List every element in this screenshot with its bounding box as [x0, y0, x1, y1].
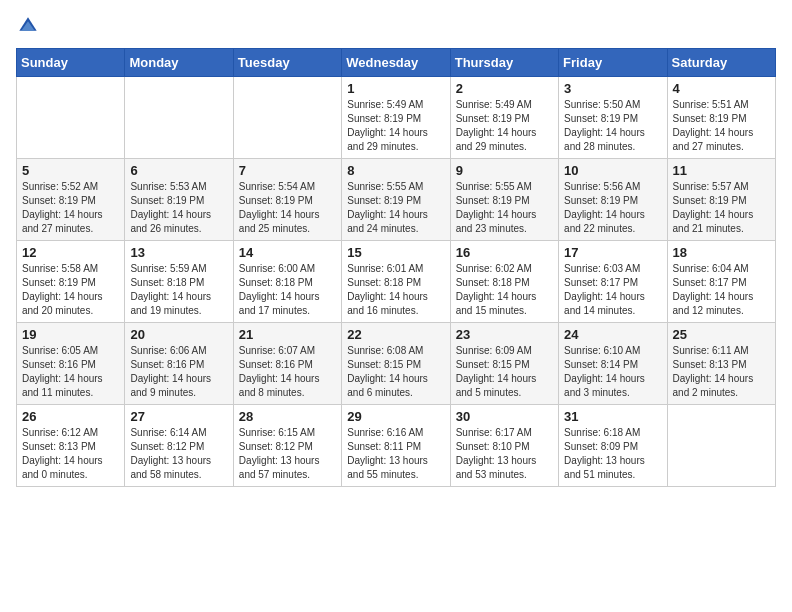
day-info: Sunrise: 6:02 AM Sunset: 8:18 PM Dayligh…: [456, 262, 553, 318]
day-info: Sunrise: 6:15 AM Sunset: 8:12 PM Dayligh…: [239, 426, 336, 482]
day-info: Sunrise: 6:08 AM Sunset: 8:15 PM Dayligh…: [347, 344, 444, 400]
page-header: [16, 16, 776, 40]
day-info: Sunrise: 6:14 AM Sunset: 8:12 PM Dayligh…: [130, 426, 227, 482]
day-number: 27: [130, 409, 227, 424]
day-number: 12: [22, 245, 119, 260]
day-number: 19: [22, 327, 119, 342]
calendar-header-sunday: Sunday: [17, 49, 125, 77]
day-number: 1: [347, 81, 444, 96]
day-info: Sunrise: 6:12 AM Sunset: 8:13 PM Dayligh…: [22, 426, 119, 482]
calendar-cell: 9Sunrise: 5:55 AM Sunset: 8:19 PM Daylig…: [450, 159, 558, 241]
calendar-header-saturday: Saturday: [667, 49, 775, 77]
calendar-cell: 4Sunrise: 5:51 AM Sunset: 8:19 PM Daylig…: [667, 77, 775, 159]
day-number: 13: [130, 245, 227, 260]
day-number: 7: [239, 163, 336, 178]
calendar-cell: 14Sunrise: 6:00 AM Sunset: 8:18 PM Dayli…: [233, 241, 341, 323]
day-info: Sunrise: 5:58 AM Sunset: 8:19 PM Dayligh…: [22, 262, 119, 318]
calendar-cell: [125, 77, 233, 159]
calendar-header-friday: Friday: [559, 49, 667, 77]
calendar-header-tuesday: Tuesday: [233, 49, 341, 77]
calendar-cell: 23Sunrise: 6:09 AM Sunset: 8:15 PM Dayli…: [450, 323, 558, 405]
calendar-cell: 8Sunrise: 5:55 AM Sunset: 8:19 PM Daylig…: [342, 159, 450, 241]
calendar-header-row: SundayMondayTuesdayWednesdayThursdayFrid…: [17, 49, 776, 77]
day-number: 5: [22, 163, 119, 178]
day-number: 14: [239, 245, 336, 260]
day-info: Sunrise: 5:55 AM Sunset: 8:19 PM Dayligh…: [456, 180, 553, 236]
calendar-table: SundayMondayTuesdayWednesdayThursdayFrid…: [16, 48, 776, 487]
day-number: 11: [673, 163, 770, 178]
day-info: Sunrise: 5:50 AM Sunset: 8:19 PM Dayligh…: [564, 98, 661, 154]
day-info: Sunrise: 5:53 AM Sunset: 8:19 PM Dayligh…: [130, 180, 227, 236]
day-info: Sunrise: 6:11 AM Sunset: 8:13 PM Dayligh…: [673, 344, 770, 400]
day-number: 9: [456, 163, 553, 178]
day-number: 29: [347, 409, 444, 424]
calendar-cell: 22Sunrise: 6:08 AM Sunset: 8:15 PM Dayli…: [342, 323, 450, 405]
day-number: 17: [564, 245, 661, 260]
logo-icon: [18, 16, 38, 36]
calendar-header-wednesday: Wednesday: [342, 49, 450, 77]
day-number: 23: [456, 327, 553, 342]
calendar-cell: 24Sunrise: 6:10 AM Sunset: 8:14 PM Dayli…: [559, 323, 667, 405]
day-info: Sunrise: 6:03 AM Sunset: 8:17 PM Dayligh…: [564, 262, 661, 318]
calendar-cell: [233, 77, 341, 159]
calendar-cell: 31Sunrise: 6:18 AM Sunset: 8:09 PM Dayli…: [559, 405, 667, 487]
calendar-cell: 7Sunrise: 5:54 AM Sunset: 8:19 PM Daylig…: [233, 159, 341, 241]
day-info: Sunrise: 5:54 AM Sunset: 8:19 PM Dayligh…: [239, 180, 336, 236]
calendar-cell: 27Sunrise: 6:14 AM Sunset: 8:12 PM Dayli…: [125, 405, 233, 487]
day-info: Sunrise: 6:05 AM Sunset: 8:16 PM Dayligh…: [22, 344, 119, 400]
calendar-header-monday: Monday: [125, 49, 233, 77]
day-info: Sunrise: 5:51 AM Sunset: 8:19 PM Dayligh…: [673, 98, 770, 154]
calendar-cell: 20Sunrise: 6:06 AM Sunset: 8:16 PM Dayli…: [125, 323, 233, 405]
calendar-header-thursday: Thursday: [450, 49, 558, 77]
day-number: 25: [673, 327, 770, 342]
calendar-cell: 1Sunrise: 5:49 AM Sunset: 8:19 PM Daylig…: [342, 77, 450, 159]
day-number: 15: [347, 245, 444, 260]
day-number: 28: [239, 409, 336, 424]
calendar-cell: 12Sunrise: 5:58 AM Sunset: 8:19 PM Dayli…: [17, 241, 125, 323]
day-number: 8: [347, 163, 444, 178]
day-number: 16: [456, 245, 553, 260]
calendar-cell: 16Sunrise: 6:02 AM Sunset: 8:18 PM Dayli…: [450, 241, 558, 323]
calendar-week-row: 5Sunrise: 5:52 AM Sunset: 8:19 PM Daylig…: [17, 159, 776, 241]
day-number: 10: [564, 163, 661, 178]
calendar-cell: 17Sunrise: 6:03 AM Sunset: 8:17 PM Dayli…: [559, 241, 667, 323]
calendar-cell: 3Sunrise: 5:50 AM Sunset: 8:19 PM Daylig…: [559, 77, 667, 159]
calendar-cell: 11Sunrise: 5:57 AM Sunset: 8:19 PM Dayli…: [667, 159, 775, 241]
calendar-cell: [17, 77, 125, 159]
calendar-cell: 29Sunrise: 6:16 AM Sunset: 8:11 PM Dayli…: [342, 405, 450, 487]
day-number: 26: [22, 409, 119, 424]
day-info: Sunrise: 5:49 AM Sunset: 8:19 PM Dayligh…: [347, 98, 444, 154]
day-number: 2: [456, 81, 553, 96]
calendar-cell: 18Sunrise: 6:04 AM Sunset: 8:17 PM Dayli…: [667, 241, 775, 323]
calendar-week-row: 12Sunrise: 5:58 AM Sunset: 8:19 PM Dayli…: [17, 241, 776, 323]
day-number: 18: [673, 245, 770, 260]
day-number: 31: [564, 409, 661, 424]
day-number: 20: [130, 327, 227, 342]
calendar-cell: 5Sunrise: 5:52 AM Sunset: 8:19 PM Daylig…: [17, 159, 125, 241]
day-info: Sunrise: 6:07 AM Sunset: 8:16 PM Dayligh…: [239, 344, 336, 400]
logo: [16, 16, 38, 40]
day-number: 22: [347, 327, 444, 342]
calendar-cell: 26Sunrise: 6:12 AM Sunset: 8:13 PM Dayli…: [17, 405, 125, 487]
calendar-cell: 28Sunrise: 6:15 AM Sunset: 8:12 PM Dayli…: [233, 405, 341, 487]
day-info: Sunrise: 6:06 AM Sunset: 8:16 PM Dayligh…: [130, 344, 227, 400]
day-info: Sunrise: 6:09 AM Sunset: 8:15 PM Dayligh…: [456, 344, 553, 400]
day-info: Sunrise: 6:00 AM Sunset: 8:18 PM Dayligh…: [239, 262, 336, 318]
calendar-cell: 2Sunrise: 5:49 AM Sunset: 8:19 PM Daylig…: [450, 77, 558, 159]
calendar-cell: 21Sunrise: 6:07 AM Sunset: 8:16 PM Dayli…: [233, 323, 341, 405]
calendar-cell: 15Sunrise: 6:01 AM Sunset: 8:18 PM Dayli…: [342, 241, 450, 323]
day-info: Sunrise: 6:18 AM Sunset: 8:09 PM Dayligh…: [564, 426, 661, 482]
day-info: Sunrise: 5:55 AM Sunset: 8:19 PM Dayligh…: [347, 180, 444, 236]
day-number: 24: [564, 327, 661, 342]
calendar-cell: 6Sunrise: 5:53 AM Sunset: 8:19 PM Daylig…: [125, 159, 233, 241]
calendar-cell: 25Sunrise: 6:11 AM Sunset: 8:13 PM Dayli…: [667, 323, 775, 405]
day-info: Sunrise: 5:49 AM Sunset: 8:19 PM Dayligh…: [456, 98, 553, 154]
calendar-week-row: 1Sunrise: 5:49 AM Sunset: 8:19 PM Daylig…: [17, 77, 776, 159]
day-info: Sunrise: 6:01 AM Sunset: 8:18 PM Dayligh…: [347, 262, 444, 318]
calendar-cell: 10Sunrise: 5:56 AM Sunset: 8:19 PM Dayli…: [559, 159, 667, 241]
calendar-cell: 13Sunrise: 5:59 AM Sunset: 8:18 PM Dayli…: [125, 241, 233, 323]
calendar-cell: [667, 405, 775, 487]
day-info: Sunrise: 6:04 AM Sunset: 8:17 PM Dayligh…: [673, 262, 770, 318]
day-info: Sunrise: 6:10 AM Sunset: 8:14 PM Dayligh…: [564, 344, 661, 400]
calendar-cell: 30Sunrise: 6:17 AM Sunset: 8:10 PM Dayli…: [450, 405, 558, 487]
